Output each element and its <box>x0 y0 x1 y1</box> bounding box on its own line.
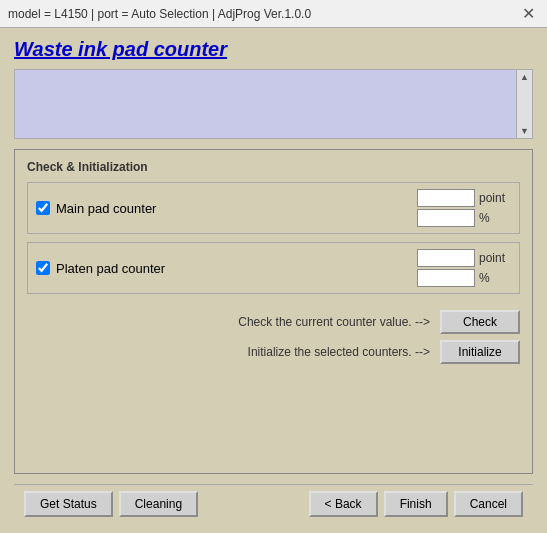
bottom-left-buttons: Get Status Cleaning <box>24 491 198 517</box>
main-pad-percent-row: % <box>417 209 511 227</box>
check-button[interactable]: Check <box>440 310 520 334</box>
close-button[interactable]: ✕ <box>518 4 539 23</box>
check-action-row: Check the current counter value. --> Che… <box>238 310 520 334</box>
scroll-down-icon[interactable]: ▼ <box>518 124 531 138</box>
scroll-up-icon[interactable]: ▲ <box>518 70 531 84</box>
platen-pad-point-input[interactable] <box>417 249 475 267</box>
platen-pad-row: Platen pad counter point % <box>27 242 520 294</box>
main-pad-checkbox[interactable] <box>36 201 50 215</box>
finish-button[interactable]: Finish <box>384 491 448 517</box>
platen-pad-percent-input[interactable] <box>417 269 475 287</box>
cleaning-button[interactable]: Cleaning <box>119 491 198 517</box>
platen-pad-text: Platen pad counter <box>56 261 165 276</box>
cancel-button[interactable]: Cancel <box>454 491 523 517</box>
main-pad-text: Main pad counter <box>56 201 156 216</box>
platen-pad-point-row: point <box>417 249 511 267</box>
init-action-row: Initialize the selected counters. --> In… <box>248 340 520 364</box>
info-box: ▲ ▼ <box>14 69 533 139</box>
platen-pad-point-unit: point <box>479 251 511 265</box>
main-pad-point-unit: point <box>479 191 511 205</box>
platen-pad-checkbox[interactable] <box>36 261 50 275</box>
group-box-title: Check & Initialization <box>27 160 520 174</box>
bottom-right-buttons: < Back Finish Cancel <box>309 491 523 517</box>
check-action-text: Check the current counter value. --> <box>238 315 430 329</box>
main-pad-inputs: point % <box>417 189 511 227</box>
platen-pad-label[interactable]: Platen pad counter <box>36 261 417 276</box>
main-pad-point-input[interactable] <box>417 189 475 207</box>
scrollbar[interactable]: ▲ ▼ <box>516 70 532 138</box>
bottom-bar: Get Status Cleaning < Back Finish Cancel <box>14 484 533 523</box>
action-area: Check the current counter value. --> Che… <box>27 302 520 372</box>
main-pad-row: Main pad counter point % <box>27 182 520 234</box>
initialize-button[interactable]: Initialize <box>440 340 520 364</box>
platen-pad-percent-row: % <box>417 269 511 287</box>
title-bar-text: model = L4150 | port = Auto Selection | … <box>8 7 311 21</box>
get-status-button[interactable]: Get Status <box>24 491 113 517</box>
back-button[interactable]: < Back <box>309 491 378 517</box>
page-title: Waste ink pad counter <box>14 38 533 61</box>
group-box: Check & Initialization Main pad counter … <box>14 149 533 474</box>
main-content: Waste ink pad counter ▲ ▼ Check & Initia… <box>0 28 547 533</box>
platen-pad-percent-unit: % <box>479 271 511 285</box>
platen-pad-inputs: point % <box>417 249 511 287</box>
main-pad-point-row: point <box>417 189 511 207</box>
init-action-text: Initialize the selected counters. --> <box>248 345 430 359</box>
main-pad-percent-unit: % <box>479 211 511 225</box>
title-bar: model = L4150 | port = Auto Selection | … <box>0 0 547 28</box>
main-pad-percent-input[interactable] <box>417 209 475 227</box>
main-pad-label[interactable]: Main pad counter <box>36 201 417 216</box>
